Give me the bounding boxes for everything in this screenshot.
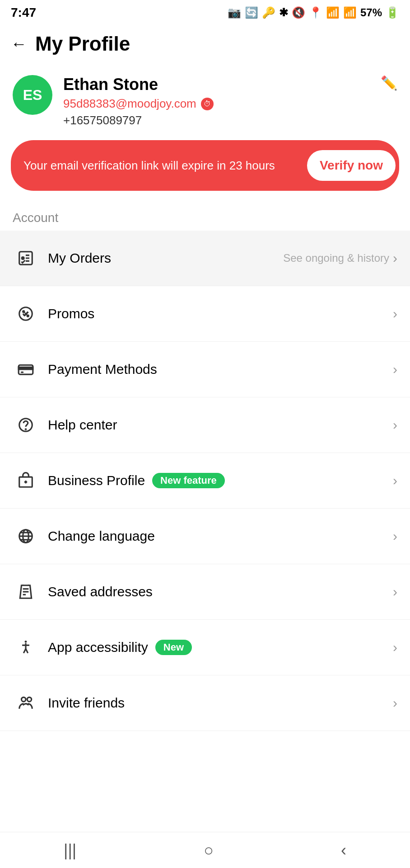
my-orders-icon (13, 245, 39, 271)
app-accessibility-chevron: › (393, 640, 397, 655)
signal-icon: 📶 (343, 6, 357, 19)
business-profile-icon (13, 467, 39, 494)
avatar: ES (13, 75, 52, 115)
profile-name: Ethan Stone (63, 75, 397, 94)
help-center-chevron: › (393, 417, 397, 433)
svg-point-21 (25, 641, 27, 643)
svg-line-25 (26, 649, 28, 653)
nav-menu-icon[interactable]: ||| (64, 841, 76, 860)
status-icons: 📷 🔄 🔑 ✱ 🔇 📍 📶 📶 57% 🔋 (228, 6, 399, 19)
menu-item-saved-addresses[interactable]: Saved addresses › (0, 564, 410, 620)
my-orders-label: My Orders (48, 250, 283, 266)
invite-friends-icon (13, 690, 39, 716)
svg-point-9 (25, 429, 26, 430)
payment-methods-label: Payment Methods (48, 362, 393, 377)
status-time: 7:47 (11, 5, 36, 20)
profile-section: ES Ethan Stone 95d88383@moodjoy.com ⏱ +1… (0, 66, 410, 140)
help-center-icon (13, 412, 39, 438)
bottom-nav: ||| ○ ‹ (0, 832, 410, 868)
svg-rect-6 (19, 367, 33, 369)
invite-friends-label: Invite friends (48, 695, 393, 711)
profile-email-row: 95d88383@moodjoy.com ⏱ (63, 97, 397, 111)
saved-addresses-label: Saved addresses (48, 584, 393, 599)
nav-home-icon[interactable]: ○ (204, 841, 214, 860)
change-language-chevron: › (393, 528, 397, 544)
clock-icon: ⏱ (201, 98, 214, 110)
wifi-icon: 📶 (326, 6, 340, 19)
menu-item-help-center[interactable]: Help center › (0, 397, 410, 453)
business-profile-chevron: › (393, 473, 397, 488)
payment-methods-icon (13, 356, 39, 382)
business-profile-label: Business Profile New feature (48, 473, 393, 488)
change-language-icon (13, 523, 39, 549)
status-bar: 7:47 📷 🔄 🔑 ✱ 🔇 📍 📶 📶 57% 🔋 (0, 0, 410, 24)
promos-icon (13, 301, 39, 327)
page-title: My Profile (35, 33, 130, 55)
profile-email: 95d88383@moodjoy.com (63, 97, 196, 111)
app-accessibility-icon (13, 634, 39, 660)
svg-point-1 (22, 257, 24, 259)
menu-item-invite-friends[interactable]: Invite friends › (0, 675, 410, 731)
header: ← My Profile (0, 24, 410, 66)
key-icon: 🔑 (262, 6, 275, 19)
app-accessibility-badge: New (155, 640, 192, 655)
profile-phone: +16575089797 (63, 113, 397, 127)
account-section-label: Account (0, 205, 410, 231)
help-center-label: Help center (48, 417, 393, 433)
invite-friends-chevron: › (393, 695, 397, 711)
payment-methods-chevron: › (393, 362, 397, 377)
sync-icon: 🔄 (245, 6, 258, 19)
bluetooth-icon: ✱ (279, 6, 288, 19)
svg-point-27 (27, 697, 32, 702)
menu-item-my-orders[interactable]: My Orders See ongoing & history › (0, 231, 410, 286)
location-icon: 📍 (309, 6, 322, 19)
menu-item-change-language[interactable]: Change language › (0, 509, 410, 564)
change-language-label: Change language (48, 528, 393, 544)
promos-chevron: › (393, 306, 397, 321)
verify-now-button[interactable]: Verify now (307, 150, 396, 181)
camera-icon: 📷 (228, 6, 241, 19)
back-button[interactable]: ← (11, 36, 27, 52)
nav-back-icon[interactable]: ‹ (341, 841, 346, 860)
menu-item-business-profile[interactable]: Business Profile New feature › (0, 453, 410, 509)
svg-point-4 (27, 315, 28, 316)
app-accessibility-label: App accessibility New (48, 640, 393, 655)
battery-label: 57% (360, 6, 382, 19)
my-orders-sublabel: See ongoing & history (283, 252, 389, 264)
battery-icon: 🔋 (386, 6, 399, 19)
mute-icon: 🔇 (292, 6, 305, 19)
saved-addresses-icon (13, 579, 39, 605)
menu-item-payment-methods[interactable]: Payment Methods › (0, 342, 410, 397)
promos-label: Promos (48, 306, 393, 321)
svg-point-3 (23, 311, 24, 312)
menu-list: My Orders See ongoing & history › Promos… (0, 231, 410, 731)
edit-profile-button[interactable]: ✏️ (381, 75, 397, 91)
business-profile-badge: New feature (152, 473, 225, 488)
my-orders-chevron: › (393, 250, 397, 266)
verification-banner: Your email verification link will expire… (11, 140, 399, 191)
saved-addresses-chevron: › (393, 584, 397, 599)
svg-point-26 (22, 697, 26, 702)
svg-rect-7 (21, 372, 23, 373)
menu-item-promos[interactable]: Promos › (0, 286, 410, 342)
profile-info: Ethan Stone 95d88383@moodjoy.com ⏱ +1657… (63, 75, 397, 127)
menu-item-app-accessibility[interactable]: App accessibility New › (0, 620, 410, 675)
banner-text: Your email verification link will expire… (23, 157, 302, 174)
